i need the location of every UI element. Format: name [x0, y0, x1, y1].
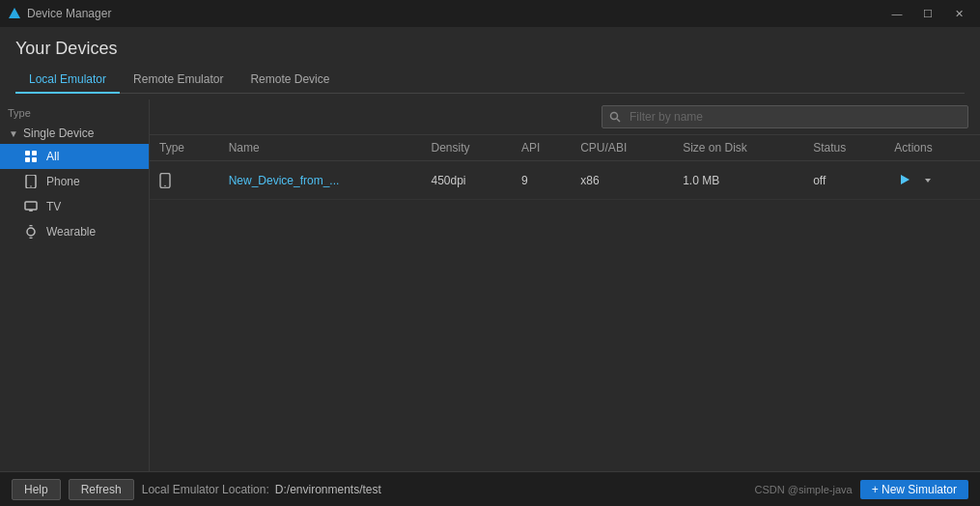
svg-rect-1: [25, 151, 30, 155]
app-icon: [8, 7, 21, 20]
svg-point-16: [164, 184, 166, 186]
location-label: Local Emulator Location:: [142, 483, 269, 496]
col-cpu: CPU/ABI: [571, 135, 673, 161]
device-type-icon: [159, 173, 210, 188]
titlebar-controls: — ☐ ✕: [883, 4, 972, 23]
chevron-down-icon: ▼: [8, 127, 19, 139]
row-name-cell: New_Device_from_...: [219, 161, 422, 200]
table-container: Type Name Density API CPU/ABI Size on Di…: [150, 135, 980, 471]
tab-local-emulator[interactable]: Local Emulator: [15, 67, 120, 94]
row-density-cell: 450dpi: [421, 161, 511, 200]
sidebar-item-tv[interactable]: TV: [0, 194, 149, 219]
svg-marker-18: [925, 179, 931, 183]
titlebar-title: Device Manager: [27, 7, 111, 20]
col-api: API: [512, 135, 571, 161]
col-density: Density: [421, 135, 511, 161]
close-button[interactable]: ✕: [945, 4, 972, 23]
tv-icon: [23, 199, 39, 214]
search-icon: [609, 111, 621, 123]
app-header: Your Devices Local Emulator Remote Emula…: [0, 27, 980, 99]
svg-marker-17: [901, 175, 910, 184]
footer-right: CSDN @simple-java + New Simulator: [755, 480, 968, 499]
row-api-cell: 9: [512, 161, 571, 200]
app-title: Your Devices: [15, 39, 965, 59]
restore-button[interactable]: ☐: [914, 4, 941, 23]
sidebar-section-single-device[interactable]: ▼ Single Device: [0, 123, 149, 144]
svg-point-6: [30, 185, 32, 187]
svg-rect-7: [25, 202, 37, 210]
footer-left: Help Refresh Local Emulator Location: D:…: [12, 479, 381, 500]
col-type: Type: [150, 135, 219, 161]
col-size: Size on Disk: [673, 135, 803, 161]
watermark-text: CSDN @simple-java: [755, 484, 853, 495]
row-size-cell: 1.0 MB: [673, 161, 803, 200]
titlebar-left: Device Manager: [8, 7, 111, 20]
app-container: Your Devices Local Emulator Remote Emula…: [0, 27, 980, 506]
svg-line-14: [617, 119, 620, 122]
tabs-bar: Local Emulator Remote Emulator Remote De…: [15, 67, 965, 94]
col-status: Status: [803, 135, 884, 161]
devices-table: Type Name Density API CPU/ABI Size on Di…: [150, 135, 980, 200]
watch-icon: [23, 224, 39, 239]
new-simulator-button[interactable]: + New Simulator: [860, 480, 968, 499]
svg-rect-2: [32, 151, 37, 155]
device-name-link[interactable]: New_Device_from_...: [229, 174, 340, 187]
grid-icon: [23, 149, 39, 164]
main-panel: Type Name Density API CPU/ABI Size on Di…: [150, 99, 980, 471]
refresh-button[interactable]: Refresh: [69, 479, 134, 500]
footer-location: Local Emulator Location: D:/environments…: [142, 483, 381, 496]
filter-input[interactable]: [602, 105, 968, 128]
tab-remote-emulator[interactable]: Remote Emulator: [120, 67, 237, 94]
filter-bar: [150, 99, 980, 135]
sidebar-item-all[interactable]: All: [0, 144, 149, 169]
titlebar: Device Manager — ☐ ✕: [0, 0, 980, 27]
svg-point-13: [611, 113, 618, 120]
svg-rect-10: [27, 228, 35, 236]
minimize-button[interactable]: —: [883, 4, 910, 23]
table-row: New_Device_from_... 450dpi 9 x86 1.0 MB …: [150, 161, 980, 200]
col-actions: Actions: [884, 135, 980, 161]
row-actions-cell: [884, 161, 980, 200]
filter-input-wrapper: [602, 105, 968, 128]
phone-icon: [23, 174, 39, 189]
row-cpu-cell: x86: [571, 161, 673, 200]
sidebar: Type ▼ Single Device All: [0, 99, 150, 471]
location-path: D:/environments/test: [275, 483, 381, 496]
tab-remote-device[interactable]: Remote Device: [237, 67, 343, 94]
sidebar-type-header: Type: [0, 103, 149, 123]
more-actions-button[interactable]: [919, 170, 937, 191]
app-body: Type ▼ Single Device All: [0, 99, 980, 471]
help-button[interactable]: Help: [12, 479, 61, 500]
svg-rect-3: [25, 157, 30, 162]
col-name: Name: [219, 135, 422, 161]
row-type-cell: [150, 161, 219, 200]
table-header-row: Type Name Density API CPU/ABI Size on Di…: [150, 135, 980, 161]
footer: Help Refresh Local Emulator Location: D:…: [0, 471, 980, 506]
sidebar-item-phone[interactable]: Phone: [0, 169, 149, 194]
svg-rect-4: [32, 157, 37, 162]
svg-marker-0: [9, 8, 20, 18]
run-button[interactable]: [894, 169, 915, 190]
row-status-cell: off: [803, 161, 884, 200]
sidebar-item-wearable[interactable]: Wearable: [0, 219, 149, 244]
